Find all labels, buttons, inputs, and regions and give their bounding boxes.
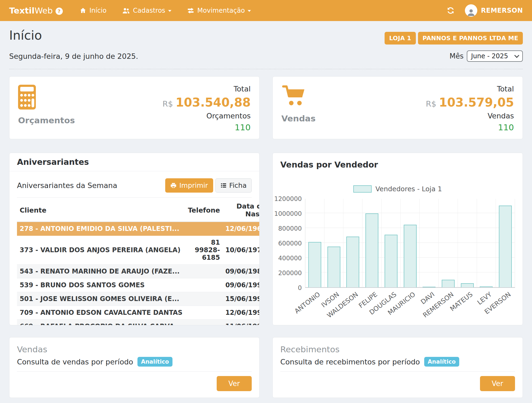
chart-slot-douglas [382, 199, 401, 287]
phone-cell: 81 99828-6185 [185, 236, 223, 265]
username: REMERSON [481, 7, 523, 14]
y-tick-label: 200000 [278, 269, 302, 276]
count-value: 110 [498, 122, 514, 132]
ficha-button-label: Ficha [229, 182, 247, 189]
user-menu[interactable]: REMERSON [465, 4, 523, 17]
total-amount: 103.579,05 [439, 95, 514, 109]
chart-slot-antonio [305, 199, 324, 287]
month-select[interactable]: June - 2025 [467, 50, 523, 62]
phone-cell [185, 222, 223, 236]
printer-icon [170, 182, 177, 189]
birthdate-cell: 12/06/1993 [223, 306, 260, 320]
chart-area: 020000040000060000080000010000001200000 [280, 199, 515, 288]
help-icon[interactable]: ? [56, 8, 63, 15]
phone-cell [185, 320, 223, 326]
page-title: Início [9, 28, 42, 43]
home-icon [80, 7, 87, 14]
client-cell: 278 - ANTONIO EMIDIO DA SILVA (PALESTI..… [17, 222, 185, 236]
bar-mauricio [404, 225, 417, 287]
column-header-telefone: Telefone [185, 198, 223, 222]
date-row: Segunda-feira, 9 de junho de 2025. Mês J… [9, 50, 523, 62]
x-axis: ANTONIOIVSONWALDESONFELIPEDOUGLASMAURICI… [305, 288, 515, 318]
chart-slot-everson [496, 199, 515, 287]
birthdays-panel: Aniversariantes Aniversariantes da Seman… [9, 153, 260, 325]
birthdate-cell: 10/06/1978 [223, 236, 260, 265]
header-divider [9, 69, 523, 69]
y-tick-label: 0 [298, 284, 302, 291]
chart-title: Vendas por Vendedor [280, 160, 515, 169]
nav-item-cadastros[interactable]: Cadastros [122, 7, 171, 14]
birthdate-cell: 09/06/1984 [223, 265, 260, 278]
table-row[interactable]: 501 - JOSE WELISSON GOMES OLIVEIRA (E...… [17, 292, 260, 306]
y-axis: 020000040000060000080000010000001200000 [280, 199, 305, 288]
chart-slot-felipe [362, 199, 382, 287]
month-label: Mês [450, 52, 464, 60]
birthdays-toolbar: Aniversariantes da Semana Imprimir [17, 176, 252, 198]
print-button[interactable]: Imprimir [165, 178, 213, 193]
y-tick-label: 1000000 [274, 210, 302, 217]
chevron-down-icon [248, 10, 251, 12]
birthdays-panel-body: Aniversariantes da Semana Imprimir [9, 171, 259, 325]
cart-icon [281, 85, 316, 108]
brand-light: Web [34, 6, 53, 15]
bar-davi [423, 287, 436, 287]
ver-button[interactable]: Ver [217, 376, 252, 391]
analitico-badge: Analítico [137, 357, 172, 367]
table-row[interactable]: 373 - VALDIR DOS ANJOS PEREIRA (ANGELA)8… [17, 236, 260, 265]
print-button-label: Imprimir [179, 182, 208, 189]
table-row[interactable]: 669 - RAFAELA PROCOPIO DA SILVA CARVA...… [17, 320, 260, 326]
client-cell: 539 - BRUNO DOS SANTOS GOMES [17, 278, 185, 292]
chevron-down-icon [514, 53, 519, 58]
legend-label: Vendedores - Loja 1 [375, 185, 442, 193]
currency-prefix: R$ [426, 99, 436, 108]
ficha-button[interactable]: Ficha [215, 178, 252, 193]
analitico-badge: Analítico [424, 357, 459, 367]
panels-row: Aniversariantes Aniversariantes da Seman… [9, 153, 523, 325]
card-label: Orçamentos [18, 115, 75, 125]
store-button[interactable]: LOJA 1 [385, 32, 416, 45]
chart-body: Vendas por Vendedor Vendedores - Loja 1 … [273, 153, 523, 325]
chart-slot-levy [477, 199, 496, 287]
chart-legend[interactable]: Vendedores - Loja 1 [280, 185, 515, 193]
company-button[interactable]: PANNOS E PANNOS LTDA ME [418, 32, 523, 45]
chart-slot-mauricio [401, 199, 420, 287]
report-title: Vendas [17, 344, 252, 354]
list-icon [220, 182, 227, 189]
bar-antonio [308, 242, 321, 287]
avatar [465, 4, 477, 17]
month-select-value: June - 2025 [471, 52, 508, 60]
chevron-down-icon [168, 10, 171, 12]
chart-slot-davi [420, 199, 439, 287]
nav-item-inicio[interactable]: Início [80, 7, 107, 14]
birthdate-cell: 11/06/1995 [223, 320, 260, 326]
chart-slot-ivson [324, 199, 344, 287]
report-panel-recebimentos: RecebimentosConsulta de recebimentos por… [272, 337, 523, 398]
total-label: Total [234, 85, 251, 93]
nav-item-movimentacao[interactable]: Movimentação [187, 7, 251, 14]
table-row[interactable]: 709 - ANTONIO EDSON CAVALCANTE DANTAS12/… [17, 306, 260, 320]
ver-button[interactable]: Ver [480, 376, 515, 391]
birthdate-cell: 09/06/1992 [223, 278, 260, 292]
bar-everson [499, 206, 512, 287]
reports-row: VendasConsulta de vendas por períodoAnal… [9, 337, 523, 398]
table-row[interactable]: 539 - BRUNO DOS SANTOS GOMES09/06/1992 [17, 278, 260, 292]
birthdays-table: Cliente Telefone Data de Nasc. 278 - ANT… [17, 198, 260, 325]
birthdays-actions: Imprimir Ficha [165, 178, 252, 193]
nav-menu: InícioCadastrosMovimentação [80, 7, 251, 14]
bar-mateus [461, 283, 474, 287]
report-subtitle: Consulta de recebimentos por período [280, 358, 420, 366]
bar-douglas [385, 235, 398, 287]
month-filter: Mês June - 2025 [450, 50, 523, 62]
refresh-icon[interactable] [447, 6, 455, 15]
brand-logo[interactable]: TextilWeb ? [9, 6, 63, 15]
exchange-icon [187, 7, 194, 14]
table-row[interactable]: 278 - ANTONIO EMIDIO DA SILVA (PALESTI..… [17, 222, 260, 236]
currency-prefix: R$ [163, 99, 173, 108]
x-tick-label-antonio: ANTONIO [293, 291, 321, 315]
table-row[interactable]: 543 - RENATO MARINHO DE ARAUJO (FAZE...0… [17, 265, 260, 278]
column-header-cliente: Cliente [17, 198, 185, 222]
phone-cell [185, 306, 223, 320]
users-icon [122, 7, 130, 14]
y-tick-label: 1200000 [274, 195, 302, 202]
phone-cell [185, 265, 223, 278]
